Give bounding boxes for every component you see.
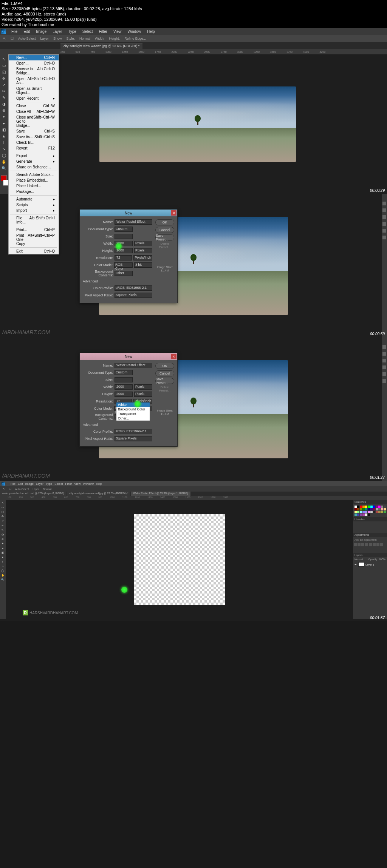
tool-icon[interactable]: ◧ xyxy=(0,550,5,555)
tool-icon[interactable]: ↘ xyxy=(0,146,8,152)
menu-file[interactable]: File xyxy=(11,482,15,486)
tool-icon[interactable]: ◧ xyxy=(0,126,8,133)
menu-layer[interactable]: Layer xyxy=(50,28,65,35)
color-swatch[interactable] xyxy=(357,511,359,513)
color-swatch[interactable] xyxy=(360,513,362,516)
tool-icon[interactable]: ✂ xyxy=(0,523,5,527)
color-swatch[interactable] xyxy=(365,511,367,513)
auto-select-checkbox[interactable]: ☐ xyxy=(11,37,14,40)
close-button[interactable]: × xyxy=(171,354,176,359)
file-menu-item[interactable]: SaveCtrl+S xyxy=(9,128,59,134)
menu-image[interactable]: Image xyxy=(25,482,34,486)
panel-icon[interactable] xyxy=(382,236,386,239)
document-tab[interactable]: water pastel colour art .psd @ 25% (Laye… xyxy=(0,492,67,496)
adjustment-icon[interactable] xyxy=(369,543,372,546)
panel-icon[interactable] xyxy=(382,215,386,219)
color-swatch[interactable] xyxy=(378,508,381,510)
file-menu-item[interactable]: Share on Behance... xyxy=(9,164,59,170)
libraries-tab[interactable]: Libraries xyxy=(353,517,387,521)
layer-dropdown[interactable]: Layer xyxy=(40,37,49,40)
dropdown-option[interactable]: Background Color xyxy=(116,407,150,412)
panel-icon[interactable] xyxy=(382,352,386,356)
refine-edge-button[interactable]: Refine Edge... xyxy=(124,37,146,40)
color-swatch[interactable] xyxy=(354,506,357,508)
adjustment-icon[interactable] xyxy=(358,543,361,546)
panel-icon[interactable] xyxy=(382,372,386,376)
tool-icon[interactable]: ⊕ xyxy=(0,537,5,541)
color-swatch[interactable] xyxy=(360,511,362,513)
tool-icon[interactable]: T xyxy=(0,560,5,564)
file-menu-item[interactable]: Print...Ctrl+P xyxy=(9,227,59,233)
file-menu-item[interactable]: Check In... xyxy=(9,140,59,145)
panel-icon[interactable] xyxy=(382,359,386,362)
tool-icon[interactable]: ▭ xyxy=(0,62,8,68)
file-menu-item[interactable]: Scripts▸ xyxy=(9,202,59,208)
canvas[interactable]: 00:00:29 xyxy=(8,54,387,194)
blend-mode[interactable]: Normal xyxy=(354,558,363,561)
menu-file[interactable]: File xyxy=(8,28,20,35)
color-swatch[interactable] xyxy=(362,508,365,510)
file-menu-item[interactable]: CloseCtrl+W xyxy=(9,103,59,109)
file-menu-item[interactable]: Place Linked... xyxy=(9,183,59,189)
bg-field[interactable]: Other... xyxy=(115,271,133,276)
eye-icon[interactable]: 👁 xyxy=(354,563,357,566)
layers-tab[interactable]: Layers xyxy=(353,553,387,557)
panel-icon[interactable] xyxy=(382,345,386,349)
swatches-tab[interactable]: Swatches xyxy=(353,500,387,504)
color-swatch[interactable] xyxy=(360,508,362,510)
file-menu-item[interactable]: Export▸ xyxy=(9,153,59,159)
color-swatch[interactable] xyxy=(357,513,359,516)
cancel-button[interactable]: Cancel xyxy=(155,227,174,233)
color-swatch[interactable] xyxy=(365,508,367,510)
document-tab[interactable]: Water Pastel Effect @ 33.3% (Layer 1, RG… xyxy=(131,492,190,496)
size-field[interactable] xyxy=(115,234,133,239)
tool-icon[interactable]: ✜ xyxy=(0,75,8,81)
file-menu-item[interactable]: Browse in Bridge...Alt+Ctrl+O xyxy=(9,66,59,76)
color-swatch[interactable] xyxy=(381,511,383,513)
file-menu-item[interactable]: Save As...Shift+Ctrl+S xyxy=(9,134,59,140)
document-tab[interactable]: city satelight view waowd.jpg @ 23.6% (R… xyxy=(67,492,131,496)
adjustment-icon[interactable] xyxy=(380,543,383,546)
adjustment-icon[interactable] xyxy=(361,543,364,546)
document-tab[interactable]: city satelight view waowd.jpg @ 23.6% (R… xyxy=(60,43,142,49)
file-menu-item[interactable]: Close AllAlt+Ctrl+W xyxy=(9,109,59,114)
color-swatch[interactable] xyxy=(376,511,378,513)
dropdown-option[interactable]: White xyxy=(116,402,150,407)
menu-select[interactable]: Select xyxy=(54,482,63,486)
doctype-field[interactable]: Custom xyxy=(115,227,133,232)
color-swatch[interactable] xyxy=(370,511,373,513)
dropdown-option[interactable]: Transparent xyxy=(116,412,150,416)
menu-help[interactable]: Help xyxy=(144,28,158,35)
file-menu-item[interactable]: Open...Ctrl+O xyxy=(9,60,59,66)
delete-preset-link[interactable]: Delete Preset... xyxy=(155,242,174,249)
menu-layer[interactable]: Layer xyxy=(36,482,43,486)
color-swatch[interactable] xyxy=(384,506,386,508)
menu-image[interactable]: Image xyxy=(33,28,50,35)
color-swatch[interactable] xyxy=(354,511,357,513)
color-swatch[interactable] xyxy=(368,513,370,516)
layer-thumbnail[interactable] xyxy=(358,562,364,567)
tool-icon[interactable]: ✜ xyxy=(0,514,5,518)
color-swatch[interactable] xyxy=(376,508,378,510)
file-menu-item[interactable]: Open Recent▸ xyxy=(9,96,59,101)
ok-button[interactable]: OK xyxy=(155,363,174,369)
menu-help[interactable]: Help xyxy=(96,482,102,486)
tool-icon[interactable]: ↗ xyxy=(0,82,8,88)
cmode-field[interactable]: RGB Color xyxy=(114,262,133,268)
color-swatch[interactable] xyxy=(368,508,370,510)
color-swatch[interactable] xyxy=(381,506,383,508)
color-swatch[interactable] xyxy=(362,506,365,508)
close-button[interactable]: × xyxy=(171,210,176,216)
layer-item[interactable]: 👁 Layer 1 xyxy=(353,561,387,567)
tool-icon[interactable]: ◯ xyxy=(0,569,5,573)
res-field[interactable]: 72 xyxy=(115,255,132,261)
color-swatch[interactable] xyxy=(365,506,367,508)
file-menu-item[interactable]: Package... xyxy=(9,189,59,194)
color-swatch[interactable] xyxy=(376,506,378,508)
tool-icon[interactable]: ▲ xyxy=(0,555,5,559)
color-swatch[interactable] xyxy=(360,506,362,508)
adjustments-tab[interactable]: Adjustments xyxy=(353,533,387,537)
color-swatch[interactable] xyxy=(365,513,367,516)
color-swatch[interactable] xyxy=(370,506,373,508)
color-swatch[interactable] xyxy=(368,511,370,513)
